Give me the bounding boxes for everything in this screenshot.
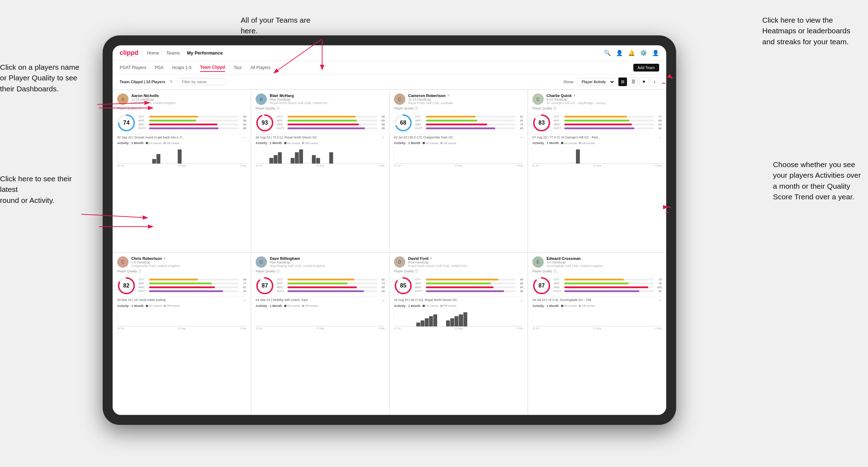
quality-circle-wrap[interactable]: 87	[532, 277, 551, 295]
tab-all-players[interactable]: All Players	[250, 64, 270, 72]
round-text: 02 Jul 23 | 59 (+17), Craigsimilar Park …	[394, 136, 453, 139]
latest-round[interactable]: 03 Mar 23 | 19, Must make putting →	[117, 297, 246, 302]
chart-bar	[208, 326, 212, 326]
player-card[interactable]: C Chris Robertson ✓ 1-5 Handicap Craigsi…	[113, 252, 251, 415]
nav-teams[interactable]: Teams	[166, 49, 180, 57]
player-header: E Edward Crossman 1-5 Handicap Sunningda…	[532, 256, 662, 268]
quality-circle-wrap[interactable]: 82	[117, 277, 136, 295]
nav-home[interactable]: Home	[147, 49, 159, 57]
player-name[interactable]: Blair McHarg	[270, 93, 385, 98]
chart-date-label: 4 Sep	[517, 164, 523, 167]
latest-round[interactable]: 02 Jul 23 | 59 (+17), Craigsimilar Park …	[394, 134, 523, 139]
grid-view-button[interactable]: ⊞	[618, 77, 627, 86]
chart-bar	[408, 326, 412, 326]
chart-bar	[640, 163, 644, 164]
latest-round[interactable]: 26 Aug 23 | 84 (+12), Royal North Devon …	[394, 297, 523, 302]
chart-bar	[442, 163, 446, 164]
search-icon[interactable]: 🔍	[604, 50, 611, 56]
latest-round[interactable]: 26 Aug 23 | 73 (+1), Royal North Devon G…	[256, 134, 385, 139]
app-bar-wrap	[287, 283, 377, 284]
quality-circle-wrap[interactable]: 74	[117, 114, 136, 132]
list-view-button[interactable]: ☰	[629, 77, 638, 86]
putt-bar-wrap	[149, 290, 239, 292]
ott-bar-wrap	[149, 279, 239, 280]
activity-header: Activity · 1 Month On course Off course	[117, 304, 246, 308]
chart-bar	[376, 163, 380, 164]
edit-icon[interactable]: ✎	[170, 79, 173, 84]
show-select[interactable]: Player Activity	[577, 78, 615, 86]
stat-row-putt: PUTT 85	[415, 127, 523, 130]
player-name[interactable]: Aaron Nicholls	[131, 93, 246, 98]
chart-bar	[152, 159, 156, 164]
filter-right: Show: Player Activity ⊞ ☰ ▼ ↕	[563, 77, 659, 86]
chart-bar	[619, 326, 623, 326]
latest-round[interactable]: 18 Jul 23 | 74 (+4), Sunningdale GC - Ol…	[532, 297, 662, 302]
add-team-button[interactable]: Add Team	[633, 64, 659, 72]
chart-date-label: 21 Aug	[593, 327, 601, 330]
stat-row-ott: OTT 73	[554, 278, 662, 281]
person-icon[interactable]: 👤	[616, 50, 623, 56]
player-name[interactable]: Dave Billingham	[270, 256, 385, 261]
player-name[interactable]: David Ford ✓	[408, 256, 523, 261]
player-name[interactable]: Charlie Quick ✓	[547, 93, 662, 98]
sort-button[interactable]: ↕	[650, 77, 659, 86]
chart-bars	[394, 308, 523, 326]
chart-bar	[274, 326, 278, 326]
player-card[interactable]: C Cameron Robertson ✓ 11-15 Handicap Roy…	[389, 90, 528, 252]
player-card[interactable]: D David Ford ✓ Plus Handicap Royal North…	[389, 252, 528, 415]
off-course-label: Off course	[443, 142, 456, 145]
player-club: Sunningdale Golf Club, United Kingdom	[547, 264, 662, 268]
verified-icon: ✓	[447, 94, 450, 97]
player-card[interactable]: C Charlie Quick ✓ 6-10 Handicap St. Geor…	[528, 90, 666, 252]
player-club: Royal North Devon Golf Club, United Kin.…	[270, 101, 385, 105]
quality-circle-wrap[interactable]: 85	[394, 277, 412, 295]
chart-bar	[550, 163, 554, 164]
player-card[interactable]: D Dave Billingham Plus Handicap Sog Magi…	[251, 252, 389, 415]
quality-circle: 68	[394, 114, 412, 132]
chart-bar	[122, 163, 126, 164]
chart-bar	[127, 163, 131, 164]
round-text: 04 Sep 23 | Mobility with coach, Gym	[256, 298, 308, 302]
tab-pgat[interactable]: PGAT Players	[120, 64, 146, 72]
filter-button[interactable]: ▼	[639, 77, 649, 86]
player-card[interactable]: E Edward Crossman 1-5 Handicap Sunningda…	[528, 252, 666, 415]
tab-pga[interactable]: PGA	[155, 64, 164, 72]
latest-round[interactable]: 02 Sep 23 | Sunset round to get back int…	[117, 134, 246, 139]
bell-icon[interactable]: 🔔	[628, 50, 635, 56]
on-course-label: On course	[149, 142, 162, 145]
search-input[interactable]	[177, 78, 227, 85]
quality-circle-wrap[interactable]: 93	[256, 114, 274, 132]
player-card[interactable]: B Blair McHarg Plus Handicap Royal North…	[251, 90, 389, 252]
stat-row-ott: OTT 89	[415, 278, 523, 281]
avatar-icon[interactable]: 👤	[652, 50, 659, 56]
tab-tour[interactable]: Tour	[234, 64, 242, 72]
quality-circle-wrap[interactable]: 87	[256, 277, 274, 295]
putt-bar-wrap	[287, 290, 377, 292]
player-name[interactable]: Cameron Robertson ✓	[408, 93, 523, 98]
stat-row-arg: ARG 88	[277, 123, 385, 126]
latest-round[interactable]: 04 Sep 23 | Mobility with coach, Gym →	[256, 297, 385, 302]
chart-bar	[559, 163, 563, 164]
team-label: Team Clippd | 14 Players	[120, 80, 165, 84]
on-course-dot	[561, 142, 563, 144]
arg-label: ARG	[138, 286, 148, 289]
arg-bar	[287, 124, 359, 125]
player-name[interactable]: Edward Crossman	[547, 256, 662, 261]
tab-team-clippd[interactable]: Team Clippd	[200, 63, 225, 72]
quality-circle-wrap[interactable]: 83	[532, 114, 551, 132]
chart-bar	[131, 163, 135, 164]
activity-legend: On course Off course	[423, 142, 457, 145]
chart-bar	[233, 326, 237, 326]
tab-hcaps[interactable]: Hcaps 1-5	[172, 64, 192, 72]
quality-label: Player Quality ⓘ	[394, 269, 523, 274]
putt-bar	[564, 127, 634, 129]
player-name[interactable]: Chris Robertson ✓	[131, 256, 246, 261]
round-callout: Click here to see their latestround or A…	[0, 173, 81, 206]
settings-icon[interactable]: ⚙️	[640, 50, 647, 56]
nav-logo[interactable]: clippd	[120, 49, 138, 57]
nav-my-performance[interactable]: My Performance	[187, 49, 223, 57]
quality-circle-wrap[interactable]: 68	[394, 114, 412, 132]
player-card[interactable]: A Aaron Nicholls 11-15 Handicap Drift Go…	[113, 90, 251, 252]
latest-round[interactable]: 07 Aug 23 | 77 (+7), St George's Hill GC…	[532, 134, 662, 139]
chart-labels: 31 Jul21 Aug4 Sep	[256, 327, 385, 330]
